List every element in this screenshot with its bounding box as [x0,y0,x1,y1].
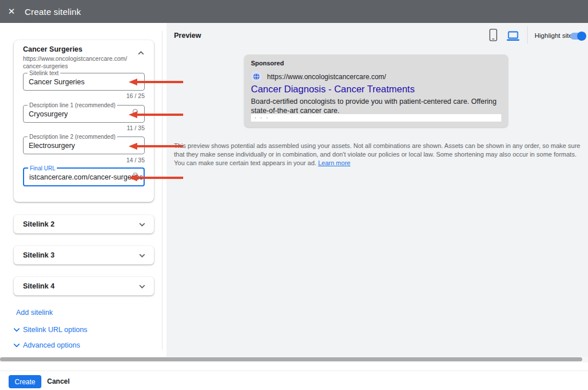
toggle-knob [577,32,586,41]
cancel-button[interactable]: Cancel [47,375,69,388]
create-button[interactable]: Create [9,375,41,388]
sitelink-url-options-link[interactable]: Sitelink URL options [13,326,87,334]
sitelink-url-options-label: Sitelink URL options [23,326,87,334]
horizontal-scrollbar[interactable] [0,357,588,362]
add-sitelink-label: Add sitelink [16,309,53,317]
dialog-footer: Create Cancel [0,362,588,390]
dialog-title: Create sitelink [25,7,81,17]
learn-more-link[interactable]: Learn more [318,159,350,166]
sitelink-text-field[interactable]: Sitelink text Cancer Surgeries [23,73,145,91]
sitelink-1-url: https://www.oncologistcancercare.com/can… [23,55,130,70]
ad-description: Board-certified oncologists to provide y… [251,98,500,115]
sitelink-text-value: Cancer Surgeries [29,73,84,90]
sponsored-label: Sponsored [251,60,284,67]
sitelink-2-title: Sitelink 2 [23,220,55,228]
ad-preview-card: Sponsored https://www.oncologistcancerca… [244,54,508,127]
sitelink-4-title: Sitelink 4 [23,282,55,290]
mobile-preview-icon[interactable] [486,28,501,42]
ad-display-url: https://www.oncologistcancercare.com/ [267,73,386,81]
highlight-sitelink-toggle[interactable] [570,33,585,40]
advanced-options-link[interactable]: Advanced options [13,341,80,349]
final-url-value: istcancercare.com/cancer-surgeries [29,169,143,185]
final-url-field[interactable]: Final URL istcancercare.com/cancer-surge… [23,167,145,186]
footer-divider [0,370,588,371]
ad-headline-link[interactable]: Cancer Diagnosis - Cancer Treatments [251,84,415,95]
chevron-down-icon [138,283,146,290]
description-1-counter: 11 / 35 [23,124,145,131]
disclaimer-text: This preview shows potential ads assembl… [174,142,580,166]
preview-disclaimer: This preview shows potential ads assembl… [174,142,582,167]
desktop-preview-icon[interactable] [505,29,520,44]
sitelink-1-title: Cancer Surgeries [23,45,83,53]
sitelink-text-counter: 16 / 25 [23,92,145,99]
preview-title: Preview [174,32,201,40]
dialog-header: ✕ Create sitelink [0,0,588,23]
sitelink-4-card[interactable]: Sitelink 4 [14,277,154,295]
collapse-chevron-up-icon[interactable] [136,48,146,58]
description-2-counter: 14 / 35 [23,157,145,163]
create-sitelink-dialog: ✕ Create sitelink Cancer Surgeries https… [0,0,588,390]
advanced-options-label: Advanced options [23,341,80,349]
chevron-down-icon [138,252,146,259]
chevron-down-icon [13,326,21,334]
annotation-arrow-sitelink-text [129,79,183,85]
header-divider [527,26,528,44]
add-sitelink-link[interactable]: Add sitelink [16,309,53,317]
description-1-value: Cryosurgery [29,106,68,122]
globe-icon [251,71,262,82]
sitelink-form-panel: Cancer Surgeries https://www.oncologistc… [0,23,167,357]
scrollbar-thumb[interactable] [0,357,582,361]
chevron-down-icon [138,221,146,228]
highlighted-sitelink-bar: · · · [251,114,501,122]
sitelink-2-card[interactable]: Sitelink 2 [14,215,154,233]
annotation-arrow-description-2 [129,143,183,150]
sitelink-3-title: Sitelink 3 [23,251,55,259]
sitelink-placeholder-dots: · · · [254,114,269,122]
description-1-field[interactable]: Description line 1 (recommended) Cryosur… [23,105,145,123]
annotation-arrow-final-url [129,174,183,181]
description-2-field[interactable]: Description line 2 (recommended) Electro… [23,136,145,154]
close-icon[interactable]: ✕ [0,0,23,23]
annotation-arrow-description-1 [129,111,183,118]
chevron-down-icon [13,341,21,349]
sitelink-3-card[interactable]: Sitelink 3 [14,246,154,264]
description-2-value: Electrosurgery [29,137,75,154]
preview-panel: Preview Highlight sitelink Sponsored htt… [167,23,588,357]
